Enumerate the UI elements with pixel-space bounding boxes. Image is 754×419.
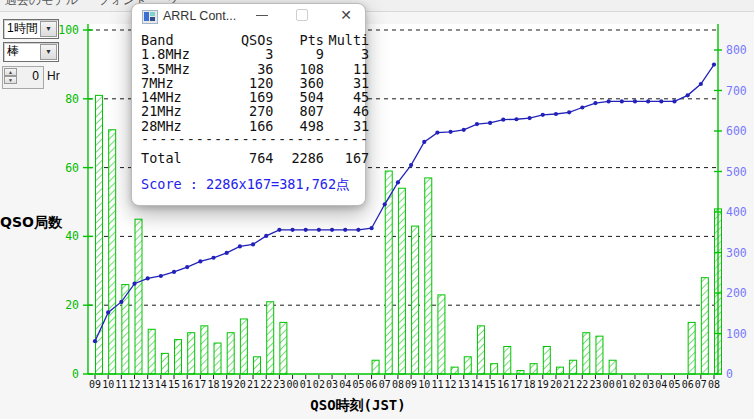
svg-text:20: 20 bbox=[234, 379, 246, 390]
svg-text:00: 00 bbox=[603, 379, 615, 390]
svg-text:16: 16 bbox=[181, 379, 193, 390]
svg-text:10: 10 bbox=[102, 379, 114, 390]
popup-titlebar[interactable]: ARRL Cont... ✕ bbox=[132, 4, 365, 28]
svg-text:01: 01 bbox=[300, 379, 312, 390]
svg-text:60: 60 bbox=[65, 161, 79, 175]
bar bbox=[530, 364, 537, 374]
svg-text:09: 09 bbox=[405, 379, 417, 390]
bar bbox=[596, 336, 603, 374]
svg-text:13: 13 bbox=[458, 379, 470, 390]
separator-row: ------------------------- bbox=[141, 133, 369, 146]
bar bbox=[227, 333, 234, 374]
bar bbox=[175, 340, 182, 374]
svg-text:23: 23 bbox=[589, 379, 601, 390]
svg-text:21: 21 bbox=[563, 379, 575, 390]
svg-text:300: 300 bbox=[726, 246, 747, 260]
svg-text:18: 18 bbox=[208, 379, 220, 390]
svg-text:07: 07 bbox=[379, 379, 391, 390]
svg-text:19: 19 bbox=[537, 379, 549, 390]
bar bbox=[109, 130, 116, 374]
bar bbox=[504, 346, 511, 374]
bar bbox=[280, 322, 287, 374]
bar bbox=[201, 326, 208, 374]
svg-text:14: 14 bbox=[155, 379, 167, 390]
bar bbox=[161, 353, 168, 374]
band-row: 7MHz12036031 bbox=[141, 76, 369, 90]
bar bbox=[254, 357, 261, 374]
band-row: 1.8MHz393 bbox=[141, 47, 369, 61]
svg-text:16: 16 bbox=[497, 379, 509, 390]
bar bbox=[701, 278, 708, 374]
svg-text:07: 07 bbox=[695, 379, 707, 390]
bar bbox=[451, 367, 458, 374]
svg-text:12: 12 bbox=[445, 379, 457, 390]
band-row: 3.5MHz3610811 bbox=[141, 62, 369, 76]
svg-text:02: 02 bbox=[313, 379, 325, 390]
svg-text:22: 22 bbox=[260, 379, 272, 390]
bar bbox=[491, 364, 498, 374]
svg-text:100: 100 bbox=[58, 23, 79, 37]
x-axis-ticks: 0910111213141516171819202122230001020304… bbox=[89, 375, 720, 390]
svg-text:0: 0 bbox=[726, 367, 733, 381]
svg-text:06: 06 bbox=[682, 379, 694, 390]
svg-text:04: 04 bbox=[655, 379, 667, 390]
svg-text:12: 12 bbox=[128, 379, 140, 390]
bar bbox=[688, 322, 695, 374]
bar bbox=[188, 333, 195, 374]
bar bbox=[214, 343, 221, 374]
svg-text:17: 17 bbox=[194, 379, 206, 390]
bar bbox=[570, 360, 577, 374]
svg-text:08: 08 bbox=[708, 379, 720, 390]
svg-text:19: 19 bbox=[221, 379, 233, 390]
maximize-icon[interactable] bbox=[296, 9, 308, 21]
svg-text:700: 700 bbox=[726, 84, 747, 98]
svg-text:15: 15 bbox=[484, 379, 496, 390]
bar bbox=[425, 178, 432, 374]
rate-graph-window: 過去のモデルフォントク 1時間 ▼ 棒 ▼ ▲ ▼ 0 Hr QSO局数 全QS… bbox=[0, 0, 754, 419]
minimize-icon[interactable] bbox=[256, 15, 268, 16]
svg-text:14: 14 bbox=[471, 379, 483, 390]
bar bbox=[122, 285, 129, 374]
svg-text:600: 600 bbox=[726, 124, 747, 138]
bar bbox=[398, 188, 405, 374]
bar bbox=[267, 302, 274, 374]
svg-text:03: 03 bbox=[642, 379, 654, 390]
svg-text:200: 200 bbox=[726, 286, 747, 300]
svg-text:20: 20 bbox=[550, 379, 562, 390]
svg-text:08: 08 bbox=[392, 379, 404, 390]
bar bbox=[240, 319, 247, 374]
popup-title: ARRL Cont... bbox=[163, 9, 236, 23]
score-popup-window[interactable]: ARRL Cont... ✕ BandQSOsPtsMulti1.8MHz393… bbox=[131, 3, 366, 206]
svg-text:17: 17 bbox=[510, 379, 522, 390]
svg-text:06: 06 bbox=[366, 379, 378, 390]
svg-text:40: 40 bbox=[65, 229, 79, 243]
svg-text:20: 20 bbox=[65, 298, 79, 312]
bar bbox=[543, 346, 550, 374]
band-row: 14MHz16950445 bbox=[141, 90, 369, 104]
band-score-table: BandQSOsPtsMulti1.8MHz3933.5MHz36108117M… bbox=[141, 33, 369, 170]
svg-text:05: 05 bbox=[668, 379, 680, 390]
svg-text:15: 15 bbox=[168, 379, 180, 390]
svg-text:0: 0 bbox=[72, 367, 79, 381]
total-row: Total7642286167 bbox=[141, 146, 369, 170]
svg-text:03: 03 bbox=[326, 379, 338, 390]
bar bbox=[583, 333, 590, 374]
svg-text:01: 01 bbox=[616, 379, 628, 390]
svg-text:500: 500 bbox=[726, 165, 747, 179]
svg-text:10: 10 bbox=[418, 379, 430, 390]
svg-text:09: 09 bbox=[89, 379, 101, 390]
svg-text:05: 05 bbox=[352, 379, 364, 390]
svg-text:22: 22 bbox=[576, 379, 588, 390]
band-row: 21MHz27080746 bbox=[141, 104, 369, 118]
close-icon[interactable]: ✕ bbox=[338, 7, 354, 23]
svg-text:400: 400 bbox=[726, 205, 747, 219]
svg-text:04: 04 bbox=[339, 379, 351, 390]
bar bbox=[148, 329, 155, 374]
svg-text:11: 11 bbox=[431, 379, 443, 390]
bar bbox=[438, 295, 445, 374]
rate-chart: 0204060801000100200300400500600700800091… bbox=[0, 0, 754, 419]
bar bbox=[609, 360, 616, 374]
svg-text:11: 11 bbox=[115, 379, 127, 390]
bar bbox=[412, 226, 419, 374]
svg-text:23: 23 bbox=[273, 379, 285, 390]
